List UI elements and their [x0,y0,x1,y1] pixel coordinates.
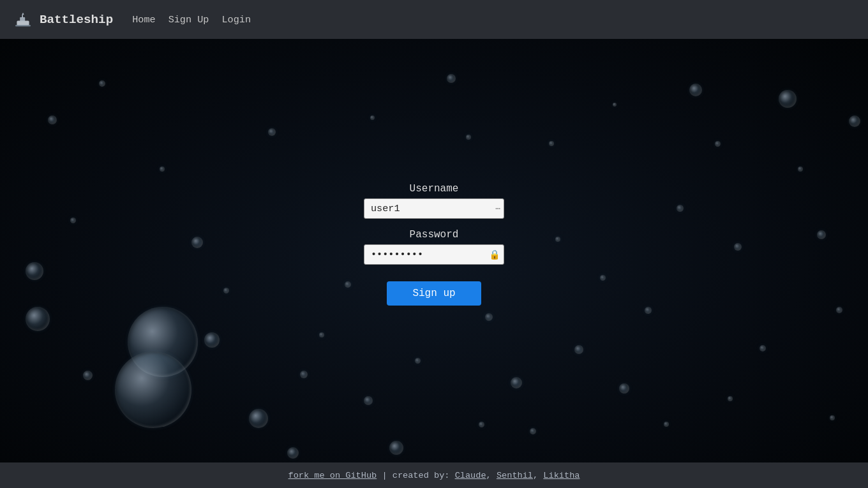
svg-marker-3 [22,12,24,14]
github-link[interactable]: fork me on GitHub [288,471,377,480]
svg-rect-1 [20,17,25,21]
username-group: Username ⋯ [364,183,504,219]
ship-icon [13,10,33,30]
signup-button[interactable]: Sign up [387,281,481,306]
brand-title: Battleship [40,13,113,27]
password-toggle-icon[interactable]: 🔒 [489,249,500,260]
password-input-wrapper: 🔒 [364,244,504,265]
username-label: Username [410,183,459,195]
nav-link-home[interactable]: Home [132,14,155,26]
nav-link-login[interactable]: Login [221,14,251,26]
footer: fork me on GitHub | created by: Claude, … [0,462,868,488]
svg-rect-4 [15,25,31,26]
password-label: Password [410,229,459,240]
svg-rect-0 [17,20,29,25]
author-senthil[interactable]: Senthil [497,471,533,480]
author-likitha[interactable]: Likitha [543,471,580,480]
footer-created-by: created by: [393,471,450,480]
nav-item-signup[interactable]: Sign Up [168,14,209,26]
nav-item-login[interactable]: Login [221,14,251,26]
nav-list: Home Sign Up Login [132,14,251,26]
footer-separator: | [377,471,392,480]
nav-link-signup[interactable]: Sign Up [168,14,209,26]
username-input[interactable] [364,198,504,219]
username-input-wrapper: ⋯ [364,198,504,219]
nav-item-home[interactable]: Home [132,14,155,26]
svg-rect-2 [22,15,23,18]
form-container: Username ⋯ Password 🔒 Sign up [0,39,868,488]
password-input[interactable] [364,244,504,265]
password-group: Password 🔒 [364,229,504,265]
navbar: Battleship Home Sign Up Login [0,0,868,39]
brand-link[interactable]: Battleship [13,10,113,30]
author-claude[interactable]: Claude [455,471,486,480]
